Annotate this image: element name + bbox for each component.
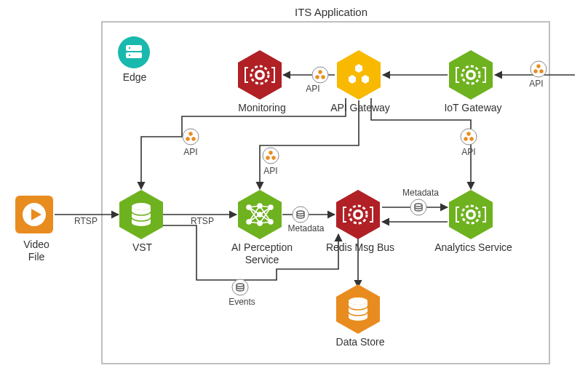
node-analytics — [449, 190, 493, 239]
edge-label-metadata: Metadata — [286, 223, 326, 233]
node-api-gateway — [337, 50, 381, 100]
api-badge-icon — [531, 61, 547, 77]
node-iot-gateway — [449, 50, 493, 100]
label-edge: Edge — [116, 71, 153, 84]
edge-label-api: API — [458, 147, 480, 157]
edge-label-events: Events — [226, 297, 258, 307]
label-monitoring: Monitoring — [226, 102, 298, 114]
label-redis: Redis Msg Bus — [320, 241, 400, 254]
node-redis — [336, 190, 380, 239]
edge-label-metadata: Metadata — [399, 188, 442, 198]
svg-marker-51 — [337, 50, 381, 100]
api-badge-icon — [263, 148, 279, 164]
metadata-badge-icon — [293, 207, 309, 223]
diagram-title: ITS Application — [277, 6, 386, 19]
node-ai-perception — [238, 190, 282, 239]
api-badge-icon — [461, 129, 477, 145]
edge-label-api: API — [302, 84, 324, 94]
api-badge-icon — [183, 129, 199, 145]
edge-label-api: API — [180, 147, 202, 157]
diagram-svg — [0, 0, 588, 384]
node-data-store — [336, 284, 380, 334]
label-vst: VST — [122, 241, 162, 254]
node-video-file — [15, 196, 53, 233]
label-data-store: Data Store — [327, 336, 393, 348]
api-badge-icon — [312, 67, 328, 83]
label-video-file: Video File — [11, 239, 62, 263]
node-edge — [118, 36, 150, 68]
label-analytics: Analytics Service — [428, 241, 519, 254]
edge-label-api: API — [260, 166, 282, 176]
events-badge-icon — [232, 279, 248, 295]
label-ai-perception: AI Perception Service — [222, 241, 302, 266]
svg-point-42 — [129, 55, 130, 56]
diagram-stage: ITS Application Edge Video File VST AI P… — [0, 0, 588, 384]
edge-label-rtsp: RTSP — [71, 216, 100, 226]
label-iot-gateway: IoT Gateway — [437, 102, 509, 114]
svg-point-41 — [129, 47, 130, 49]
node-monitoring — [238, 50, 282, 100]
edge-label-api: API — [525, 79, 547, 89]
edge-label-rtsp: RTSP — [188, 216, 217, 226]
node-vst — [119, 190, 163, 239]
metadata-badge-icon — [410, 199, 426, 215]
label-api-gateway: API Gateway — [324, 102, 397, 114]
